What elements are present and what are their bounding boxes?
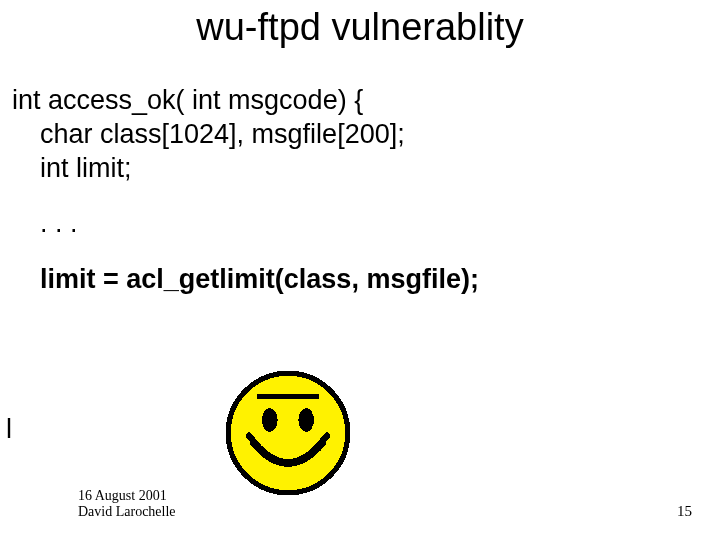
footer-date: 16 August 2001 xyxy=(78,488,176,504)
smiley-image xyxy=(218,368,358,498)
slide-title: wu-ftpd vulnerablity xyxy=(0,6,720,49)
code-line-2: char class[1024], msgfile[200]; xyxy=(12,118,708,152)
code-line-3: int limit; xyxy=(12,152,708,186)
svg-point-0 xyxy=(228,373,348,493)
footer-author: David Larochelle xyxy=(78,504,176,520)
code-ellipsis: . . . xyxy=(12,207,708,241)
footer-left: 16 August 2001 David Larochelle xyxy=(78,488,176,520)
stray-char: l xyxy=(6,414,12,445)
svg-rect-1 xyxy=(257,394,319,399)
code-line-assign: limit = acl_getlimit(class, msgfile); xyxy=(12,263,708,297)
code-line-1: int access_ok( int msgcode) { xyxy=(12,84,708,118)
page-number: 15 xyxy=(677,503,692,520)
svg-point-3 xyxy=(298,408,314,431)
code-block: int access_ok( int msgcode) { char class… xyxy=(12,84,708,297)
svg-point-2 xyxy=(262,408,278,431)
